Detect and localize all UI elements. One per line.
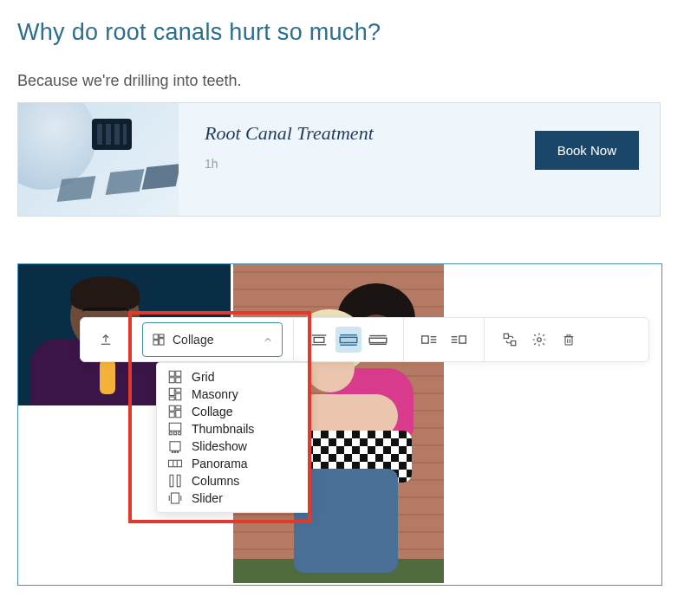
svg-rect-37 [176, 411, 181, 418]
svg-point-45 [174, 451, 176, 453]
book-now-button[interactable]: Book Now [535, 131, 639, 170]
page-title: Why do root canals hurt so much? [17, 19, 667, 46]
svg-rect-31 [169, 388, 174, 395]
svg-point-46 [177, 451, 179, 453]
svg-rect-36 [176, 405, 181, 409]
slider-icon [167, 490, 183, 506]
grid-icon [167, 369, 183, 385]
columns-icon [167, 473, 183, 489]
service-duration: 1h [205, 157, 535, 171]
gallery-toolbar: Collage [80, 317, 649, 362]
svg-rect-50 [170, 475, 173, 487]
link-button[interactable] [497, 327, 523, 353]
svg-rect-27 [169, 371, 174, 376]
layout-option-label: Panorama [192, 457, 248, 470]
align-left-button[interactable] [306, 327, 332, 353]
service-thumbnail [18, 103, 179, 216]
wrap-right-button[interactable] [446, 327, 472, 353]
align-center-button[interactable] [335, 327, 362, 353]
panorama-icon [167, 456, 183, 471]
chevron-up-icon [263, 334, 273, 345]
svg-rect-30 [176, 378, 181, 383]
layout-option-panorama[interactable]: Panorama [162, 455, 304, 472]
layout-option-label: Columns [192, 474, 239, 488]
svg-point-23 [537, 338, 542, 342]
slideshow-icon [167, 438, 183, 454]
svg-rect-8 [340, 337, 357, 342]
svg-rect-43 [170, 442, 180, 451]
collage-icon [167, 404, 183, 419]
svg-rect-22 [511, 341, 516, 346]
svg-rect-21 [504, 334, 508, 338]
svg-rect-34 [169, 397, 174, 400]
layout-dropdown-panel: Grid Masonry Collage Thumbnails Slidesho… [156, 362, 310, 513]
page-subtitle: Because we're drilling into teeth. [17, 72, 667, 90]
service-name: Root Canal Treatment [205, 122, 535, 145]
svg-rect-28 [176, 371, 181, 376]
gallery-block[interactable] [17, 263, 662, 586]
svg-rect-11 [369, 338, 387, 342]
svg-point-44 [172, 451, 173, 453]
svg-rect-1 [160, 334, 164, 337]
svg-rect-40 [169, 432, 172, 435]
layout-option-label: Grid [192, 370, 214, 384]
svg-rect-0 [153, 334, 158, 339]
svg-rect-33 [176, 393, 181, 400]
collage-icon [152, 333, 166, 347]
layout-option-label: Collage [192, 405, 232, 418]
svg-rect-39 [169, 423, 181, 431]
svg-rect-2 [160, 339, 164, 345]
thumbnails-icon [167, 421, 183, 437]
svg-rect-13 [422, 336, 429, 343]
delete-button[interactable] [556, 327, 582, 353]
layout-selected-label: Collage [173, 333, 256, 347]
svg-rect-24 [565, 337, 572, 345]
layout-option-grid[interactable]: Grid [162, 368, 304, 386]
layout-option-slideshow[interactable]: Slideshow [162, 438, 304, 455]
svg-rect-42 [179, 432, 181, 435]
svg-rect-41 [174, 432, 177, 435]
layout-option-label: Masonry [192, 387, 238, 401]
svg-rect-32 [176, 388, 181, 392]
layout-option-label: Thumbnails [192, 422, 254, 436]
masonry-icon [167, 386, 183, 402]
upload-button[interactable] [93, 327, 119, 353]
svg-rect-51 [177, 475, 180, 487]
layout-dropdown-trigger[interactable]: Collage [142, 322, 283, 357]
layout-option-slider[interactable]: Slider [162, 490, 304, 507]
svg-rect-20 [459, 336, 466, 343]
svg-rect-5 [314, 338, 324, 343]
layout-option-label: Slider [192, 491, 223, 505]
service-card: Root Canal Treatment 1h Book Now [17, 102, 661, 217]
svg-rect-52 [172, 493, 179, 503]
svg-rect-35 [169, 405, 174, 411]
svg-rect-29 [169, 378, 174, 383]
align-right-button[interactable] [365, 327, 391, 353]
svg-rect-3 [153, 340, 158, 345]
wrap-left-button[interactable] [416, 327, 442, 353]
svg-rect-47 [169, 460, 182, 467]
svg-rect-38 [169, 412, 174, 418]
layout-option-label: Slideshow [192, 439, 247, 453]
layout-option-columns[interactable]: Columns [162, 472, 304, 490]
layout-option-collage[interactable]: Collage [162, 403, 304, 420]
layout-option-masonry[interactable]: Masonry [162, 386, 304, 403]
layout-option-thumbnails[interactable]: Thumbnails [162, 420, 304, 438]
settings-button[interactable] [526, 327, 552, 353]
